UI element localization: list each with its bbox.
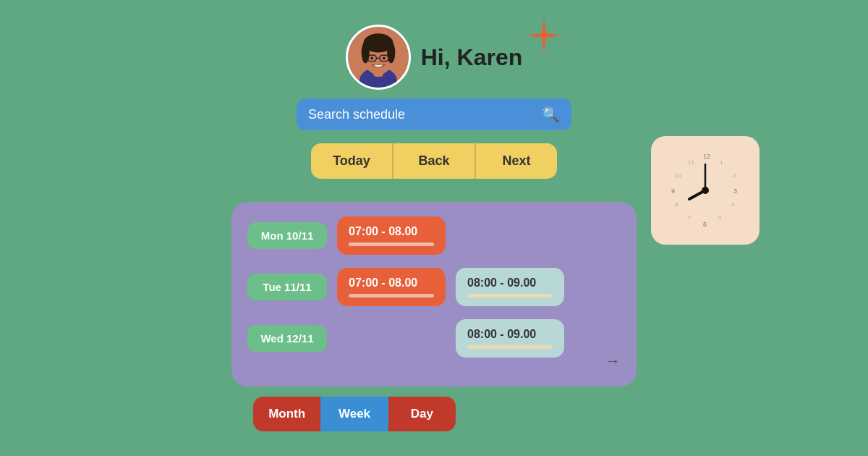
time-text: 07:00 - 08.00 — [349, 225, 434, 238]
header: Hi, Karen Search schedule 🔍 — [297, 25, 571, 130]
bottom-tabs: Month Week Day — [253, 397, 456, 431]
search-bar[interactable]: Search schedule 🔍 — [297, 98, 571, 130]
time-block-wed-1[interactable]: 08:00 - 09.00 — [456, 319, 564, 358]
svg-text:6: 6 — [703, 221, 707, 228]
tab-month[interactable]: Month — [253, 397, 320, 431]
day-label-mon: Mon 10/11 — [247, 222, 327, 249]
svg-text:1: 1 — [720, 159, 723, 166]
svg-text:2: 2 — [733, 172, 736, 179]
svg-text:8: 8 — [675, 201, 678, 208]
today-button[interactable]: Today — [311, 143, 393, 179]
svg-text:3: 3 — [733, 187, 737, 195]
clock-widget: 12 3 6 9 1 2 4 5 7 8 10 11 — [651, 136, 760, 245]
time-text: 07:00 - 08.00 — [349, 276, 434, 290]
time-block-tue-2[interactable]: 08:00 - 09.00 — [456, 268, 564, 306]
svg-text:9: 9 — [671, 187, 675, 195]
svg-point-29 — [702, 187, 709, 194]
svg-text:10: 10 — [675, 172, 681, 179]
day-label-wed: Wed 12/11 — [247, 325, 327, 352]
greeting-text: Hi, Karen — [421, 44, 522, 71]
time-block-tue-1[interactable]: 07:00 - 08.00 — [337, 268, 446, 306]
next-button[interactable]: Next — [476, 143, 557, 179]
time-bar — [467, 345, 553, 349]
svg-text:11: 11 — [688, 159, 694, 166]
avatar — [346, 25, 411, 90]
time-bar — [349, 294, 434, 297]
nav-row: Today Back Next — [311, 143, 557, 179]
clock-face: 12 3 6 9 1 2 4 5 7 8 10 11 — [662, 147, 749, 234]
search-icon[interactable]: 🔍 — [542, 106, 560, 123]
greeting-row: Hi, Karen — [346, 25, 522, 90]
time-bar — [467, 294, 553, 297]
svg-point-12 — [370, 57, 373, 60]
day-label-tue: Tue 11/11 — [247, 274, 327, 300]
arrow-right-button[interactable]: → — [605, 352, 621, 371]
svg-text:12: 12 — [703, 153, 710, 160]
back-button[interactable]: Back — [393, 143, 476, 179]
schedule-row-wed: Wed 12/11 08:00 - 09.00 — [247, 319, 621, 358]
time-block-mon-1[interactable]: 07:00 - 08.00 — [337, 216, 446, 255]
time-text: 08:00 - 09.00 — [467, 276, 553, 290]
time-bar — [349, 242, 434, 246]
search-placeholder: Search schedule — [308, 107, 535, 122]
svg-text:7: 7 — [688, 214, 692, 221]
schedule-row-mon: Mon 10/11 07:00 - 08.00 — [247, 216, 621, 255]
schedule-panel: Mon 10/11 07:00 - 08.00 Tue 11/11 07:00 … — [231, 202, 637, 387]
time-text: 08:00 - 09.00 — [467, 328, 553, 341]
tab-week[interactable]: Week — [320, 397, 388, 431]
tab-day[interactable]: Day — [388, 397, 456, 431]
svg-text:5: 5 — [718, 214, 722, 221]
svg-text:4: 4 — [731, 201, 735, 208]
schedule-row-tue: Tue 11/11 07:00 - 08.00 08:00 - 09.00 — [247, 268, 621, 306]
star-icon — [526, 17, 562, 54]
app-container: Hi, Karen Search schedule 🔍 Today Back N… — [231, 25, 637, 431]
svg-point-13 — [383, 57, 386, 60]
